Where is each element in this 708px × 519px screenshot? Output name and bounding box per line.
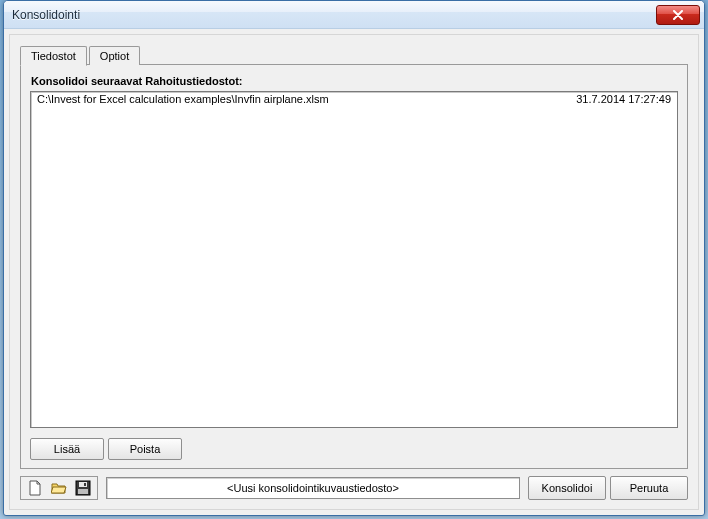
file-list[interactable]: C:\Invest for Excel calculation examples…	[30, 91, 678, 428]
client-area: Tiedostot Optiot Konsolidoi seuraavat Ra…	[9, 34, 699, 510]
description-file-text: <Uusi konsolidointikuvaustiedosto>	[227, 482, 399, 494]
save-disk-icon	[75, 480, 91, 496]
open-file-button[interactable]	[47, 477, 71, 499]
file-timestamp: 31.7.2014 17:27:49	[566, 93, 671, 105]
tab-files-label: Tiedostot	[31, 50, 76, 62]
save-file-button[interactable]	[71, 477, 95, 499]
titlebar[interactable]: Konsolidointi	[4, 1, 704, 29]
add-button[interactable]: Lisää	[30, 438, 104, 460]
close-button[interactable]	[656, 5, 700, 25]
tab-options-label: Optiot	[100, 50, 129, 62]
file-path: C:\Invest for Excel calculation examples…	[37, 93, 566, 105]
list-button-row: Lisää Poista	[30, 438, 182, 460]
bottom-bar: <Uusi konsolidointikuvaustiedosto> Konso…	[20, 475, 688, 501]
icon-toolbar	[20, 476, 98, 500]
action-buttons: Konsolidoi Peruuta	[528, 476, 688, 500]
tab-files[interactable]: Tiedostot	[20, 46, 87, 66]
tab-strip: Tiedostot Optiot	[20, 43, 142, 65]
open-folder-icon	[51, 480, 67, 496]
consolidate-button[interactable]: Konsolidoi	[528, 476, 606, 500]
close-icon	[673, 10, 683, 20]
tab-panel-files: Konsolidoi seuraavat Rahoitustiedostot: …	[20, 64, 688, 469]
remove-button[interactable]: Poista	[108, 438, 182, 460]
description-file-field[interactable]: <Uusi konsolidointikuvaustiedosto>	[106, 477, 520, 499]
svg-rect-2	[78, 489, 88, 494]
window-title: Konsolidointi	[12, 8, 656, 22]
file-list-item[interactable]: C:\Invest for Excel calculation examples…	[31, 92, 677, 106]
svg-rect-3	[84, 483, 86, 486]
dialog-window: Konsolidointi Tiedostot Optiot Konsolido…	[3, 0, 705, 516]
tab-options[interactable]: Optiot	[89, 46, 140, 65]
cancel-button[interactable]: Peruuta	[610, 476, 688, 500]
new-file-button[interactable]	[23, 477, 47, 499]
panel-heading: Konsolidoi seuraavat Rahoitustiedostot:	[31, 75, 242, 87]
new-file-icon	[27, 480, 43, 496]
